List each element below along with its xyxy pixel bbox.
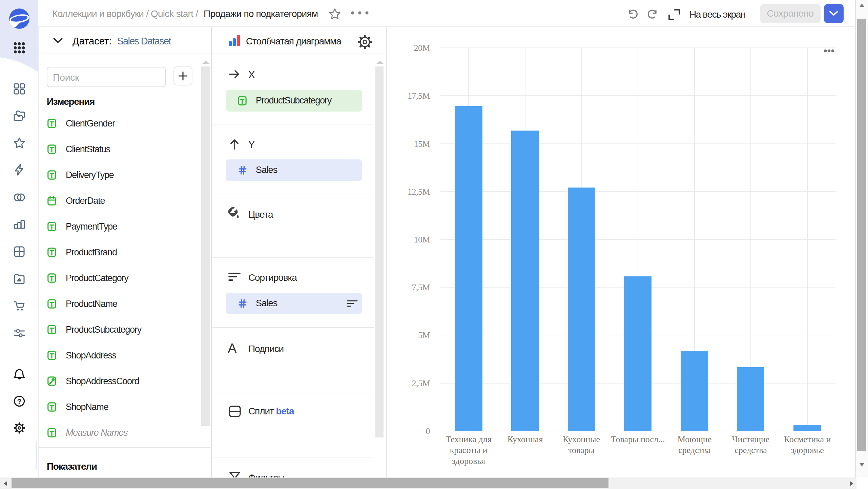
svg-text:красоты и: красоты и <box>450 445 488 455</box>
svg-text:Моющие: Моющие <box>678 434 711 444</box>
svg-text:Кухонная: Кухонная <box>508 434 543 444</box>
svg-text:Чистящие: Чистящие <box>732 434 770 444</box>
svg-text:здоровье: здоровье <box>791 445 824 455</box>
svg-text:Кухонные: Кухонные <box>563 434 600 444</box>
svg-text:средства: средства <box>678 445 711 455</box>
svg-text:Техника для: Техника для <box>446 434 491 444</box>
svg-text:Косметика и: Косметика и <box>784 434 831 444</box>
svg-text:10M: 10M <box>414 235 430 244</box>
svg-text:5M: 5M <box>418 330 430 340</box>
svg-text:средства: средства <box>735 445 767 455</box>
svg-text:товары: товары <box>568 445 595 455</box>
svg-text:15M: 15M <box>414 139 430 149</box>
svg-text:7,5M: 7,5M <box>412 282 430 292</box>
svg-text:?: ? <box>17 397 22 405</box>
svg-text:12,5M: 12,5M <box>408 187 430 197</box>
svg-text:17,5M: 17,5M <box>408 91 430 101</box>
svg-text:0: 0 <box>426 426 430 436</box>
svg-text:2,5M: 2,5M <box>412 378 430 388</box>
svg-text:здоровья: здоровья <box>452 456 485 466</box>
svg-text:20M: 20M <box>414 43 430 53</box>
svg-text:Товары посл...: Товары посл... <box>611 434 665 444</box>
